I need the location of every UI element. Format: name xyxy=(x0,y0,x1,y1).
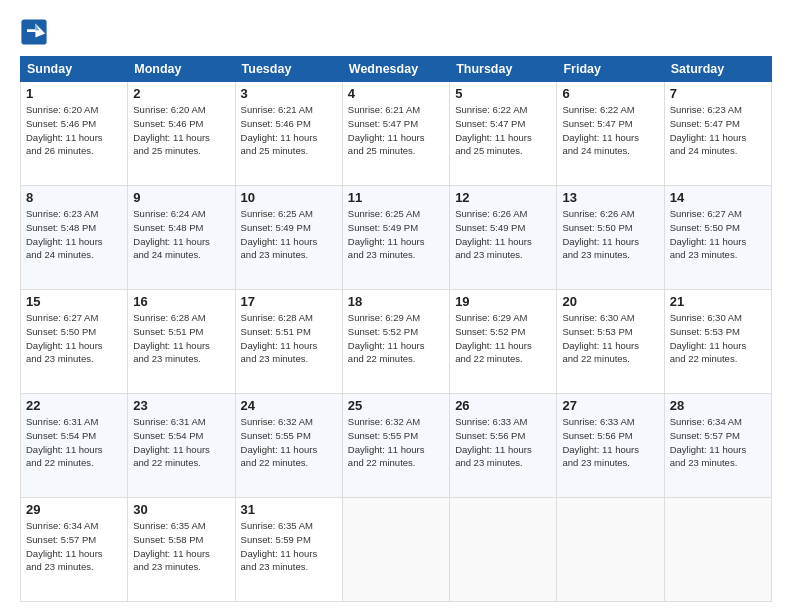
col-header-monday: Monday xyxy=(128,57,235,82)
day-info: Sunrise: 6:34 AM Sunset: 5:57 PM Dayligh… xyxy=(670,415,766,470)
day-info: Sunrise: 6:31 AM Sunset: 5:54 PM Dayligh… xyxy=(133,415,229,470)
day-number: 30 xyxy=(133,502,229,517)
day-cell-1: 1Sunrise: 6:20 AM Sunset: 5:46 PM Daylig… xyxy=(21,82,128,186)
day-info: Sunrise: 6:25 AM Sunset: 5:49 PM Dayligh… xyxy=(348,207,444,262)
day-number: 17 xyxy=(241,294,337,309)
day-cell-10: 10Sunrise: 6:25 AM Sunset: 5:49 PM Dayli… xyxy=(235,186,342,290)
logo xyxy=(20,18,53,46)
day-cell-8: 8Sunrise: 6:23 AM Sunset: 5:48 PM Daylig… xyxy=(21,186,128,290)
day-cell-5: 5Sunrise: 6:22 AM Sunset: 5:47 PM Daylig… xyxy=(450,82,557,186)
day-cell-24: 24Sunrise: 6:32 AM Sunset: 5:55 PM Dayli… xyxy=(235,394,342,498)
day-cell-23: 23Sunrise: 6:31 AM Sunset: 5:54 PM Dayli… xyxy=(128,394,235,498)
day-info: Sunrise: 6:30 AM Sunset: 5:53 PM Dayligh… xyxy=(670,311,766,366)
day-number: 3 xyxy=(241,86,337,101)
day-number: 19 xyxy=(455,294,551,309)
day-cell-15: 15Sunrise: 6:27 AM Sunset: 5:50 PM Dayli… xyxy=(21,290,128,394)
day-number: 12 xyxy=(455,190,551,205)
day-number: 15 xyxy=(26,294,122,309)
day-number: 27 xyxy=(562,398,658,413)
logo-icon xyxy=(20,18,48,46)
day-cell-22: 22Sunrise: 6:31 AM Sunset: 5:54 PM Dayli… xyxy=(21,394,128,498)
week-row-3: 22Sunrise: 6:31 AM Sunset: 5:54 PM Dayli… xyxy=(21,394,772,498)
day-cell-28: 28Sunrise: 6:34 AM Sunset: 5:57 PM Dayli… xyxy=(664,394,771,498)
week-row-0: 1Sunrise: 6:20 AM Sunset: 5:46 PM Daylig… xyxy=(21,82,772,186)
day-info: Sunrise: 6:29 AM Sunset: 5:52 PM Dayligh… xyxy=(348,311,444,366)
day-cell-30: 30Sunrise: 6:35 AM Sunset: 5:58 PM Dayli… xyxy=(128,498,235,602)
day-cell-18: 18Sunrise: 6:29 AM Sunset: 5:52 PM Dayli… xyxy=(342,290,449,394)
day-info: Sunrise: 6:35 AM Sunset: 5:58 PM Dayligh… xyxy=(133,519,229,574)
col-header-saturday: Saturday xyxy=(664,57,771,82)
day-cell-9: 9Sunrise: 6:24 AM Sunset: 5:48 PM Daylig… xyxy=(128,186,235,290)
day-number: 5 xyxy=(455,86,551,101)
empty-cell xyxy=(342,498,449,602)
day-number: 18 xyxy=(348,294,444,309)
day-info: Sunrise: 6:30 AM Sunset: 5:53 PM Dayligh… xyxy=(562,311,658,366)
day-number: 29 xyxy=(26,502,122,517)
day-cell-2: 2Sunrise: 6:20 AM Sunset: 5:46 PM Daylig… xyxy=(128,82,235,186)
day-info: Sunrise: 6:32 AM Sunset: 5:55 PM Dayligh… xyxy=(241,415,337,470)
day-number: 22 xyxy=(26,398,122,413)
day-cell-25: 25Sunrise: 6:32 AM Sunset: 5:55 PM Dayli… xyxy=(342,394,449,498)
day-number: 25 xyxy=(348,398,444,413)
day-info: Sunrise: 6:23 AM Sunset: 5:47 PM Dayligh… xyxy=(670,103,766,158)
day-info: Sunrise: 6:27 AM Sunset: 5:50 PM Dayligh… xyxy=(670,207,766,262)
day-cell-27: 27Sunrise: 6:33 AM Sunset: 5:56 PM Dayli… xyxy=(557,394,664,498)
day-info: Sunrise: 6:23 AM Sunset: 5:48 PM Dayligh… xyxy=(26,207,122,262)
day-cell-16: 16Sunrise: 6:28 AM Sunset: 5:51 PM Dayli… xyxy=(128,290,235,394)
day-cell-14: 14Sunrise: 6:27 AM Sunset: 5:50 PM Dayli… xyxy=(664,186,771,290)
day-number: 2 xyxy=(133,86,229,101)
day-number: 23 xyxy=(133,398,229,413)
calendar-table: SundayMondayTuesdayWednesdayThursdayFrid… xyxy=(20,56,772,602)
day-number: 1 xyxy=(26,86,122,101)
day-info: Sunrise: 6:21 AM Sunset: 5:47 PM Dayligh… xyxy=(348,103,444,158)
day-info: Sunrise: 6:27 AM Sunset: 5:50 PM Dayligh… xyxy=(26,311,122,366)
day-info: Sunrise: 6:31 AM Sunset: 5:54 PM Dayligh… xyxy=(26,415,122,470)
day-cell-11: 11Sunrise: 6:25 AM Sunset: 5:49 PM Dayli… xyxy=(342,186,449,290)
day-info: Sunrise: 6:29 AM Sunset: 5:52 PM Dayligh… xyxy=(455,311,551,366)
day-cell-6: 6Sunrise: 6:22 AM Sunset: 5:47 PM Daylig… xyxy=(557,82,664,186)
day-info: Sunrise: 6:20 AM Sunset: 5:46 PM Dayligh… xyxy=(133,103,229,158)
day-number: 8 xyxy=(26,190,122,205)
day-info: Sunrise: 6:21 AM Sunset: 5:46 PM Dayligh… xyxy=(241,103,337,158)
day-info: Sunrise: 6:24 AM Sunset: 5:48 PM Dayligh… xyxy=(133,207,229,262)
day-info: Sunrise: 6:22 AM Sunset: 5:47 PM Dayligh… xyxy=(562,103,658,158)
day-info: Sunrise: 6:28 AM Sunset: 5:51 PM Dayligh… xyxy=(241,311,337,366)
day-number: 26 xyxy=(455,398,551,413)
calendar-header-row: SundayMondayTuesdayWednesdayThursdayFrid… xyxy=(21,57,772,82)
day-cell-29: 29Sunrise: 6:34 AM Sunset: 5:57 PM Dayli… xyxy=(21,498,128,602)
empty-cell xyxy=(450,498,557,602)
day-info: Sunrise: 6:25 AM Sunset: 5:49 PM Dayligh… xyxy=(241,207,337,262)
day-cell-4: 4Sunrise: 6:21 AM Sunset: 5:47 PM Daylig… xyxy=(342,82,449,186)
day-cell-19: 19Sunrise: 6:29 AM Sunset: 5:52 PM Dayli… xyxy=(450,290,557,394)
day-number: 20 xyxy=(562,294,658,309)
day-number: 6 xyxy=(562,86,658,101)
day-number: 11 xyxy=(348,190,444,205)
week-row-4: 29Sunrise: 6:34 AM Sunset: 5:57 PM Dayli… xyxy=(21,498,772,602)
day-number: 24 xyxy=(241,398,337,413)
day-cell-3: 3Sunrise: 6:21 AM Sunset: 5:46 PM Daylig… xyxy=(235,82,342,186)
day-info: Sunrise: 6:26 AM Sunset: 5:50 PM Dayligh… xyxy=(562,207,658,262)
day-cell-26: 26Sunrise: 6:33 AM Sunset: 5:56 PM Dayli… xyxy=(450,394,557,498)
col-header-thursday: Thursday xyxy=(450,57,557,82)
day-number: 21 xyxy=(670,294,766,309)
day-cell-17: 17Sunrise: 6:28 AM Sunset: 5:51 PM Dayli… xyxy=(235,290,342,394)
day-cell-7: 7Sunrise: 6:23 AM Sunset: 5:47 PM Daylig… xyxy=(664,82,771,186)
day-number: 7 xyxy=(670,86,766,101)
empty-cell xyxy=(557,498,664,602)
day-info: Sunrise: 6:34 AM Sunset: 5:57 PM Dayligh… xyxy=(26,519,122,574)
col-header-tuesday: Tuesday xyxy=(235,57,342,82)
day-info: Sunrise: 6:32 AM Sunset: 5:55 PM Dayligh… xyxy=(348,415,444,470)
day-info: Sunrise: 6:33 AM Sunset: 5:56 PM Dayligh… xyxy=(562,415,658,470)
day-number: 14 xyxy=(670,190,766,205)
week-row-2: 15Sunrise: 6:27 AM Sunset: 5:50 PM Dayli… xyxy=(21,290,772,394)
header xyxy=(20,18,772,46)
col-header-wednesday: Wednesday xyxy=(342,57,449,82)
day-cell-12: 12Sunrise: 6:26 AM Sunset: 5:49 PM Dayli… xyxy=(450,186,557,290)
day-number: 4 xyxy=(348,86,444,101)
day-info: Sunrise: 6:35 AM Sunset: 5:59 PM Dayligh… xyxy=(241,519,337,574)
day-number: 16 xyxy=(133,294,229,309)
day-number: 10 xyxy=(241,190,337,205)
day-number: 31 xyxy=(241,502,337,517)
col-header-friday: Friday xyxy=(557,57,664,82)
day-number: 28 xyxy=(670,398,766,413)
